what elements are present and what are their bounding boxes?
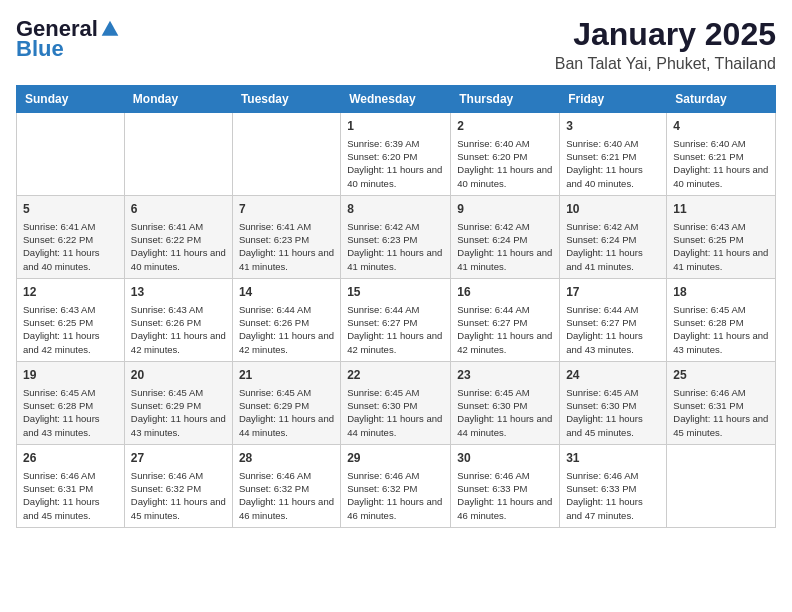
day-number: 12 — [23, 284, 118, 301]
calendar-day-header: Sunday — [17, 86, 125, 113]
calendar-day-header: Tuesday — [232, 86, 340, 113]
page-header: General Blue January 2025 Ban Talat Yai,… — [16, 16, 776, 73]
day-number: 28 — [239, 450, 334, 467]
day-number: 15 — [347, 284, 444, 301]
day-number: 30 — [457, 450, 553, 467]
calendar-cell — [667, 444, 776, 527]
day-info: Sunrise: 6:42 AMSunset: 6:23 PMDaylight:… — [347, 220, 444, 273]
day-info: Sunrise: 6:42 AMSunset: 6:24 PMDaylight:… — [457, 220, 553, 273]
day-number: 26 — [23, 450, 118, 467]
calendar-cell: 2Sunrise: 6:40 AMSunset: 6:20 PMDaylight… — [451, 113, 560, 196]
calendar-cell: 5Sunrise: 6:41 AMSunset: 6:22 PMDaylight… — [17, 195, 125, 278]
calendar-cell: 26Sunrise: 6:46 AMSunset: 6:31 PMDayligh… — [17, 444, 125, 527]
calendar-cell: 13Sunrise: 6:43 AMSunset: 6:26 PMDayligh… — [124, 278, 232, 361]
day-info: Sunrise: 6:43 AMSunset: 6:26 PMDaylight:… — [131, 303, 226, 356]
day-number: 3 — [566, 118, 660, 135]
calendar-cell: 1Sunrise: 6:39 AMSunset: 6:20 PMDaylight… — [341, 113, 451, 196]
calendar-cell: 30Sunrise: 6:46 AMSunset: 6:33 PMDayligh… — [451, 444, 560, 527]
calendar-cell: 7Sunrise: 6:41 AMSunset: 6:23 PMDaylight… — [232, 195, 340, 278]
calendar-day-header: Saturday — [667, 86, 776, 113]
day-info: Sunrise: 6:45 AMSunset: 6:30 PMDaylight:… — [457, 386, 553, 439]
calendar-day-header: Friday — [560, 86, 667, 113]
calendar-cell: 31Sunrise: 6:46 AMSunset: 6:33 PMDayligh… — [560, 444, 667, 527]
calendar-cell: 16Sunrise: 6:44 AMSunset: 6:27 PMDayligh… — [451, 278, 560, 361]
calendar-week-row: 12Sunrise: 6:43 AMSunset: 6:25 PMDayligh… — [17, 278, 776, 361]
day-info: Sunrise: 6:40 AMSunset: 6:21 PMDaylight:… — [673, 137, 769, 190]
calendar-cell: 21Sunrise: 6:45 AMSunset: 6:29 PMDayligh… — [232, 361, 340, 444]
calendar-day-header: Thursday — [451, 86, 560, 113]
day-number: 31 — [566, 450, 660, 467]
calendar-cell: 6Sunrise: 6:41 AMSunset: 6:22 PMDaylight… — [124, 195, 232, 278]
day-number: 4 — [673, 118, 769, 135]
day-info: Sunrise: 6:46 AMSunset: 6:33 PMDaylight:… — [457, 469, 553, 522]
calendar-cell: 11Sunrise: 6:43 AMSunset: 6:25 PMDayligh… — [667, 195, 776, 278]
calendar-cell — [17, 113, 125, 196]
calendar-cell: 17Sunrise: 6:44 AMSunset: 6:27 PMDayligh… — [560, 278, 667, 361]
day-info: Sunrise: 6:46 AMSunset: 6:33 PMDaylight:… — [566, 469, 660, 522]
month-title: January 2025 — [555, 16, 776, 53]
day-number: 29 — [347, 450, 444, 467]
day-number: 1 — [347, 118, 444, 135]
day-info: Sunrise: 6:44 AMSunset: 6:27 PMDaylight:… — [566, 303, 660, 356]
calendar-week-row: 26Sunrise: 6:46 AMSunset: 6:31 PMDayligh… — [17, 444, 776, 527]
day-info: Sunrise: 6:45 AMSunset: 6:30 PMDaylight:… — [347, 386, 444, 439]
logo-blue: Blue — [16, 36, 64, 62]
day-info: Sunrise: 6:46 AMSunset: 6:32 PMDaylight:… — [239, 469, 334, 522]
calendar-cell: 10Sunrise: 6:42 AMSunset: 6:24 PMDayligh… — [560, 195, 667, 278]
calendar-cell: 8Sunrise: 6:42 AMSunset: 6:23 PMDaylight… — [341, 195, 451, 278]
calendar-cell: 9Sunrise: 6:42 AMSunset: 6:24 PMDaylight… — [451, 195, 560, 278]
calendar-day-header: Wednesday — [341, 86, 451, 113]
day-info: Sunrise: 6:41 AMSunset: 6:22 PMDaylight:… — [23, 220, 118, 273]
calendar-week-row: 19Sunrise: 6:45 AMSunset: 6:28 PMDayligh… — [17, 361, 776, 444]
day-number: 2 — [457, 118, 553, 135]
day-number: 16 — [457, 284, 553, 301]
day-number: 25 — [673, 367, 769, 384]
day-number: 6 — [131, 201, 226, 218]
day-number: 9 — [457, 201, 553, 218]
calendar-cell: 14Sunrise: 6:44 AMSunset: 6:26 PMDayligh… — [232, 278, 340, 361]
day-info: Sunrise: 6:44 AMSunset: 6:27 PMDaylight:… — [457, 303, 553, 356]
day-number: 17 — [566, 284, 660, 301]
calendar-cell: 25Sunrise: 6:46 AMSunset: 6:31 PMDayligh… — [667, 361, 776, 444]
day-info: Sunrise: 6:45 AMSunset: 6:29 PMDaylight:… — [131, 386, 226, 439]
day-number: 22 — [347, 367, 444, 384]
day-info: Sunrise: 6:45 AMSunset: 6:29 PMDaylight:… — [239, 386, 334, 439]
calendar-cell: 28Sunrise: 6:46 AMSunset: 6:32 PMDayligh… — [232, 444, 340, 527]
day-number: 5 — [23, 201, 118, 218]
day-info: Sunrise: 6:46 AMSunset: 6:32 PMDaylight:… — [131, 469, 226, 522]
day-number: 19 — [23, 367, 118, 384]
day-number: 13 — [131, 284, 226, 301]
calendar-cell: 19Sunrise: 6:45 AMSunset: 6:28 PMDayligh… — [17, 361, 125, 444]
day-number: 27 — [131, 450, 226, 467]
day-number: 24 — [566, 367, 660, 384]
day-info: Sunrise: 6:46 AMSunset: 6:31 PMDaylight:… — [23, 469, 118, 522]
day-info: Sunrise: 6:45 AMSunset: 6:30 PMDaylight:… — [566, 386, 660, 439]
svg-marker-0 — [102, 21, 119, 36]
logo-icon — [100, 19, 120, 39]
day-info: Sunrise: 6:39 AMSunset: 6:20 PMDaylight:… — [347, 137, 444, 190]
calendar-cell: 18Sunrise: 6:45 AMSunset: 6:28 PMDayligh… — [667, 278, 776, 361]
day-number: 8 — [347, 201, 444, 218]
calendar-week-row: 1Sunrise: 6:39 AMSunset: 6:20 PMDaylight… — [17, 113, 776, 196]
calendar-cell: 12Sunrise: 6:43 AMSunset: 6:25 PMDayligh… — [17, 278, 125, 361]
calendar-table: SundayMondayTuesdayWednesdayThursdayFrid… — [16, 85, 776, 528]
calendar-cell: 23Sunrise: 6:45 AMSunset: 6:30 PMDayligh… — [451, 361, 560, 444]
day-info: Sunrise: 6:46 AMSunset: 6:32 PMDaylight:… — [347, 469, 444, 522]
day-number: 20 — [131, 367, 226, 384]
day-info: Sunrise: 6:44 AMSunset: 6:27 PMDaylight:… — [347, 303, 444, 356]
calendar-cell: 15Sunrise: 6:44 AMSunset: 6:27 PMDayligh… — [341, 278, 451, 361]
day-number: 23 — [457, 367, 553, 384]
calendar-week-row: 5Sunrise: 6:41 AMSunset: 6:22 PMDaylight… — [17, 195, 776, 278]
calendar-cell: 29Sunrise: 6:46 AMSunset: 6:32 PMDayligh… — [341, 444, 451, 527]
day-info: Sunrise: 6:43 AMSunset: 6:25 PMDaylight:… — [673, 220, 769, 273]
day-number: 10 — [566, 201, 660, 218]
calendar-cell — [124, 113, 232, 196]
day-info: Sunrise: 6:41 AMSunset: 6:23 PMDaylight:… — [239, 220, 334, 273]
day-info: Sunrise: 6:43 AMSunset: 6:25 PMDaylight:… — [23, 303, 118, 356]
calendar-cell: 22Sunrise: 6:45 AMSunset: 6:30 PMDayligh… — [341, 361, 451, 444]
day-info: Sunrise: 6:45 AMSunset: 6:28 PMDaylight:… — [23, 386, 118, 439]
day-number: 7 — [239, 201, 334, 218]
calendar-cell: 27Sunrise: 6:46 AMSunset: 6:32 PMDayligh… — [124, 444, 232, 527]
day-info: Sunrise: 6:41 AMSunset: 6:22 PMDaylight:… — [131, 220, 226, 273]
day-info: Sunrise: 6:40 AMSunset: 6:21 PMDaylight:… — [566, 137, 660, 190]
